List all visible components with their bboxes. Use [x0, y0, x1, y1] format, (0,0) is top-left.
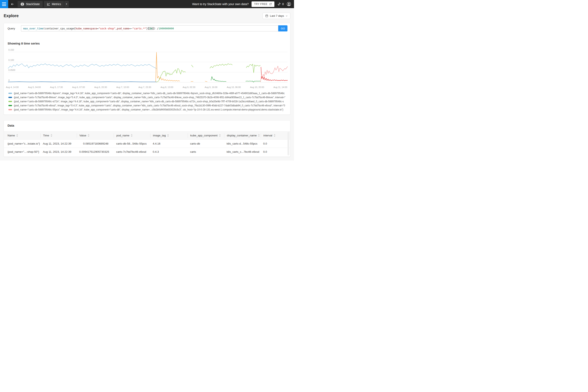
cell-name: {pod_name="...-shop-50"} — [4, 150, 40, 153]
stackstate-logo-icon — [20, 2, 24, 6]
x-tick-label: Aug 8, 13:00 — [160, 86, 173, 88]
series-line — [156, 68, 186, 82]
user-avatar-icon — [287, 2, 291, 6]
series-line — [8, 64, 156, 68]
chevron-down-icon — [286, 15, 288, 17]
legend-swatch — [8, 101, 12, 102]
try-free-button[interactable]: TRY FREE — [252, 2, 274, 7]
cell-image-tag: 0.4.3 — [150, 150, 188, 153]
query-token: = — [97, 27, 98, 30]
query-token: , — [116, 27, 117, 30]
series-line — [205, 81, 207, 82]
column-header-display-container-name[interactable]: display_container_name — [224, 133, 261, 138]
cell-kube-app-component: carts — [188, 150, 224, 153]
x-tick-label: Aug 5, 04:00 — [28, 86, 41, 88]
go-button[interactable]: GO — [278, 25, 288, 32]
external-link-icon — [269, 3, 272, 6]
cell-image-tag: 4.4.16 — [150, 142, 188, 145]
table-row[interactable]: {pod_name="...-shop-50"} Aug 11, 2023, 1… — [4, 148, 290, 156]
legend-swatch — [8, 97, 12, 98]
avatar[interactable] — [287, 2, 291, 6]
series-line — [246, 81, 260, 82]
pin-icon — [277, 2, 281, 6]
table-scrollbar[interactable] — [288, 132, 289, 155]
tab-metrics[interactable]: Metrics — [44, 1, 64, 7]
cell-kube-app-component: carts-db — [188, 142, 224, 145]
x-tick-label: Aug 9, 16:00 — [205, 86, 218, 88]
cell-name: {pod_name="c...kstate.io"} — [4, 142, 40, 145]
legend-item[interactable]: {pod_name="carts-7c7bd7bc46-x6xsd", imag… — [8, 104, 290, 108]
try-free-label: TRY FREE — [254, 3, 268, 6]
column-header-interval[interactable]: interval — [261, 133, 290, 138]
sort-icon — [51, 134, 52, 137]
legend-label: {pod_name="carts-7c7bd7bc46-6hkvw", imag… — [14, 96, 286, 99]
x-tick-label: Aug 10, 20:00 — [250, 86, 264, 88]
x-axis-ticks: Aug 4, 14:00Aug 5, 04:00Aug 5, 17:30Aug … — [6, 86, 287, 88]
metrics-chart-icon — [47, 2, 50, 6]
legend-swatch — [8, 105, 12, 106]
hamburger-menu-button[interactable] — [0, 0, 8, 8]
query-token: "sock-shop" — [98, 27, 116, 30]
data-table-card: Data Name Time Value pod_name image_tag — [4, 120, 290, 157]
query-token: max_over_time — [23, 27, 43, 30]
x-tick-label: Aug 4, 14:00 — [6, 86, 18, 88]
x-tick-label: Aug 6, 20:30 — [94, 86, 107, 88]
data-heading: Data — [4, 120, 290, 131]
column-header-value[interactable]: Value — [77, 133, 114, 138]
time-range-label: Last 7 days — [270, 14, 284, 17]
legend-label: {pod_name="carts-db-588979548c-9qnxm", i… — [14, 92, 284, 95]
sort-icon — [258, 134, 260, 137]
query-token: (container_cpu_usage{ — [43, 27, 76, 30]
query-token: 2m — [149, 27, 152, 30]
column-header-image-tag[interactable]: image_tag — [150, 133, 188, 138]
x-tick-label: Aug 9, 02:30 — [182, 86, 195, 88]
query-token: ) / — [154, 27, 159, 30]
calendar-icon — [265, 14, 268, 17]
legend-item[interactable]: {pod_name="carts-db-588979548c-55pcs", i… — [8, 108, 290, 112]
legend-label: {pod_name="carts-db-588979548c-55pcs", i… — [14, 108, 284, 111]
query-chart-card: Query max_over_time(container_cpu_usage{… — [4, 23, 290, 115]
cell-pod-name: carts-7c7bd7bc46-x6xsd — [114, 150, 150, 153]
query-token: } — [146, 27, 148, 30]
sort-icon — [88, 134, 90, 137]
column-header-kube-app-component[interactable]: kube_app_component — [188, 133, 224, 138]
chart-legend: {pod_name="carts-db-588979548c-9qnxm", i… — [8, 91, 290, 114]
series-line — [211, 76, 226, 82]
y-tick-label: 0.0500 — [8, 69, 15, 71]
series-line — [210, 64, 232, 68]
sort-icon — [219, 134, 221, 137]
time-range-selector[interactable]: Last 7 days — [262, 13, 290, 19]
metrics-dropdown-caret[interactable]: ▼ — [64, 1, 69, 7]
x-tick-label: Aug 6, 07:00 — [72, 86, 85, 88]
query-token: 1000000000 — [158, 27, 174, 30]
legend-swatch — [8, 109, 12, 110]
app-switcher-stackstate[interactable]: StackState — [18, 1, 43, 7]
x-tick-label: Aug 7, 23:30 — [138, 86, 151, 88]
cell-interval: 0.0 — [261, 150, 290, 153]
legend-item[interactable]: {pod_name="carts-db-588979548c-9qnxm", i… — [8, 91, 290, 95]
query-input[interactable]: max_over_time(container_cpu_usage{kube_n… — [21, 25, 278, 32]
time-series-chart — [8, 50, 288, 85]
back-button[interactable] — [8, 0, 16, 8]
chart-area: 0.1500.1000.05000 — [8, 50, 287, 85]
query-token: pod_name — [117, 27, 129, 30]
app-title: StackState — [26, 2, 40, 6]
column-header-pod-name[interactable]: pod_name — [114, 133, 150, 138]
x-tick-label: Aug 5, 17:30 — [50, 86, 63, 88]
cell-display-container-name: k8s_carts_c...7bc46-x6xsd — [224, 150, 261, 153]
legend-item[interactable]: {pod_name="carts-db-588979548c-st72n", i… — [8, 100, 290, 104]
query-token: [ — [148, 27, 150, 30]
column-header-name[interactable]: Name — [4, 133, 40, 138]
pin-count: 0 — [282, 2, 284, 6]
legend-item[interactable]: {pod_name="carts-7c7bd7bc46-6hkvw", imag… — [8, 95, 290, 100]
x-tick-label: Aug 11, 14:00 — [274, 86, 287, 88]
column-header-time[interactable]: Time — [40, 133, 77, 138]
arrow-left-icon — [10, 2, 14, 6]
table-row[interactable]: {pod_name="c...kstate.io"} Aug 11, 2023,… — [4, 140, 290, 148]
series-line — [192, 65, 193, 67]
cell-time: Aug 11, 2023, 14:22:39 — [40, 150, 77, 153]
cell-value: 0.085197183689248 — [77, 142, 114, 145]
series-line — [156, 52, 180, 82]
pinned-items-button[interactable]: 0 — [277, 2, 284, 6]
page-title: Explore — [4, 14, 18, 18]
